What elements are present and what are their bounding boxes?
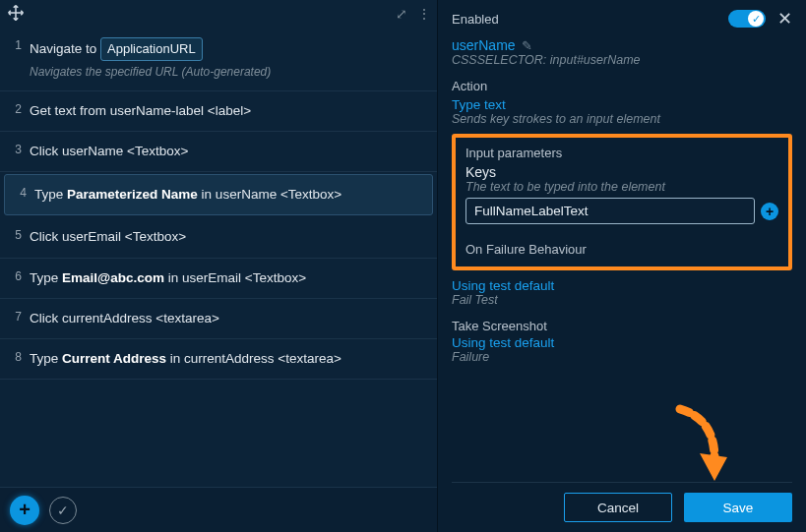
step-number: 2 <box>6 101 22 116</box>
step-row[interactable]: 7Click currentAddress <textarea> <box>0 299 437 339</box>
left-toolbar: ⤢ ⋮ <box>0 0 437 28</box>
step-row[interactable]: 5Click userEmail <Textbox> <box>0 217 437 258</box>
screenshot-link[interactable]: Using test default <box>452 335 792 350</box>
element-name-link[interactable]: userName <box>452 37 516 53</box>
cancel-button[interactable]: Cancel <box>564 493 672 522</box>
step-body: Type Email@abc.com in userEmail <Textbox… <box>30 268 425 288</box>
close-icon[interactable]: ✕ <box>777 8 792 30</box>
step-number: 8 <box>6 349 22 364</box>
more-icon[interactable]: ⋮ <box>417 6 431 22</box>
step-number: 7 <box>6 309 22 324</box>
keys-input[interactable] <box>465 198 755 224</box>
step-body: Navigate to ApplicationURLNavigates the … <box>30 37 425 81</box>
svg-marker-0 <box>700 453 727 481</box>
keys-label: Keys <box>465 164 778 180</box>
details-panel: Enabled ✕ userName ✎ CSSSELECTOR: input#… <box>438 0 806 532</box>
step-number: 1 <box>6 37 22 52</box>
screenshot-sub: Failure <box>452 350 792 364</box>
step-body: Click currentAddress <textarea> <box>30 309 425 328</box>
step-row[interactable]: 4Type Parameterized Name in userName <Te… <box>4 174 433 215</box>
action-section-label: Action <box>452 79 792 93</box>
screenshot-label: Take Screenshot <box>452 319 792 333</box>
step-number: 4 <box>11 185 27 200</box>
step-body: Click userEmail <Textbox> <box>30 227 425 247</box>
edit-icon[interactable]: ✎ <box>522 38 532 53</box>
step-row[interactable]: 1Navigate to ApplicationURLNavigates the… <box>0 28 437 91</box>
failure-sub: Fail Test <box>452 293 792 307</box>
collapse-icon[interactable]: ⤢ <box>396 6 407 22</box>
action-name-link[interactable]: Type text <box>452 97 792 112</box>
annotation-arrow-icon <box>670 404 729 483</box>
save-button[interactable]: Save <box>684 493 792 522</box>
left-footer: + ✓ <box>0 487 437 532</box>
steps-list: 1Navigate to ApplicationURLNavigates the… <box>0 28 437 487</box>
selector-text: CSSSELECTOR: input#userName <box>452 53 792 67</box>
action-desc: Sends key strokes to an input element <box>452 112 792 126</box>
step-row[interactable]: 6Type Email@abc.com in userEmail <Textbo… <box>0 259 437 299</box>
add-step-button[interactable]: + <box>10 496 39 525</box>
enabled-toggle[interactable] <box>728 10 766 28</box>
input-parameters-highlight: Input parameters Keys The text to be typ… <box>452 134 792 270</box>
add-parameter-button[interactable]: + <box>761 203 778 220</box>
step-number: 3 <box>6 142 22 156</box>
failure-behaviour-link[interactable]: Using test default <box>452 278 792 293</box>
step-row[interactable]: 2Get text from userName-label <label> <box>0 91 437 132</box>
enabled-label: Enabled <box>452 12 499 27</box>
details-header: Enabled ✕ <box>452 8 792 33</box>
step-number: 6 <box>6 268 22 283</box>
step-subtext: Navigates the specified URL (Auto-genera… <box>30 63 425 81</box>
failure-label: On Failure Behaviour <box>465 242 778 257</box>
move-icon[interactable] <box>6 4 26 25</box>
step-number: 5 <box>6 227 22 242</box>
step-body: Click userName <Textbox> <box>30 142 425 161</box>
step-body: Get text from userName-label <label> <box>30 101 425 121</box>
url-pill[interactable]: ApplicationURL <box>100 37 203 61</box>
input-params-label: Input parameters <box>465 146 778 160</box>
step-row[interactable]: 3Click userName <Textbox> <box>0 132 437 172</box>
details-footer: Cancel Save <box>452 482 792 532</box>
steps-panel: ⤢ ⋮ 1Navigate to ApplicationURLNavigates… <box>0 0 438 532</box>
step-body: Type Parameterized Name in userName <Tex… <box>34 185 420 205</box>
validate-button[interactable]: ✓ <box>49 497 77 524</box>
keys-hint: The text to be typed into the element <box>465 180 778 194</box>
step-row[interactable]: 8Type Current Address in currentAddress … <box>0 339 437 380</box>
step-body: Type Current Address in currentAddress <… <box>30 349 425 369</box>
